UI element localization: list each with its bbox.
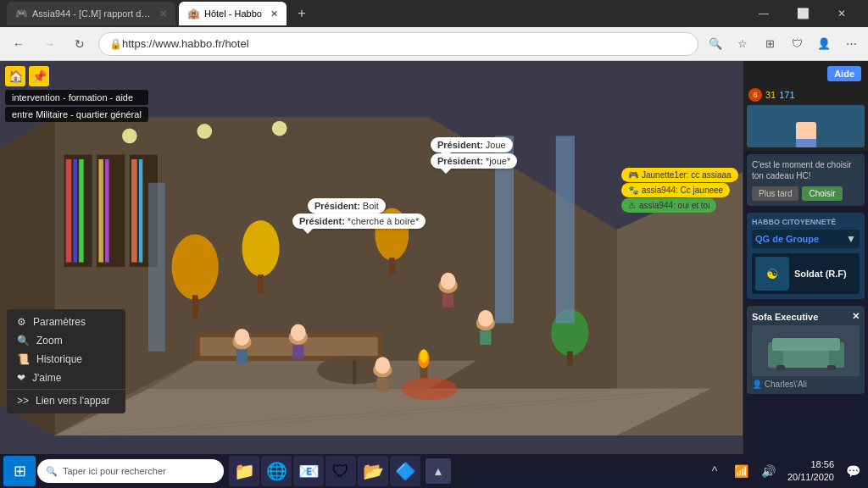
tab1-favicon: 🎮: [15, 8, 27, 19]
network-icon[interactable]: 📶: [730, 459, 754, 483]
diamonds-display: 171: [779, 90, 794, 100]
group-info: Soldat (R.F): [794, 269, 847, 279]
tab2-label: Hôtel - Habbo: [204, 8, 262, 19]
forward-button[interactable]: →: [37, 32, 61, 56]
svg-rect-17: [105, 159, 108, 263]
taskbar-folder[interactable]: 📂: [358, 456, 388, 486]
taskbar-nav-icon[interactable]: ▲: [426, 458, 451, 484]
sofa-title-bar: Sofa Executive ✕: [752, 311, 860, 322]
yellow-icon-2[interactable]: 📌: [29, 66, 49, 86]
start-button[interactable]: ⊞: [3, 456, 36, 486]
group-name: Soldat (R.F): [794, 269, 847, 279]
notification-icon[interactable]: 💬: [841, 459, 865, 483]
svg-rect-60: [772, 338, 840, 351]
svg-rect-62: [827, 365, 836, 370]
minimize-button[interactable]: —: [744, 0, 783, 27]
sofa-image: [752, 325, 860, 376]
address-icons: 🔍 ☆ ⊞ 🛡 👤 ⋯: [705, 34, 861, 54]
taskbar-browser[interactable]: 🌐: [261, 456, 292, 486]
refresh-button[interactable]: ↻: [68, 32, 92, 56]
aide-button[interactable]: Aide: [827, 66, 861, 81]
favorites-icon[interactable]: ☆: [732, 34, 753, 54]
room-scene: [0, 61, 743, 488]
sofa-svg: [764, 330, 849, 372]
sofa-preview: Sofa Executive ✕ 👤 Cha: [747, 306, 865, 394]
windows-taskbar: ⊞ 🔍 Taper ici pour rechercher 📁 🌐 📧 🛡 📂 …: [0, 454, 868, 488]
taskbar-mail[interactable]: 📧: [293, 456, 324, 486]
chat-bubble-3: Président: Boit: [308, 198, 386, 214]
url-bar[interactable]: 🔒 https://www.habbo.fr/hotel: [98, 32, 698, 56]
taskbar-settings[interactable]: 🔷: [390, 456, 420, 486]
new-tab-button[interactable]: +: [290, 2, 314, 25]
taskbar-apps: 📁 🌐 📧 🛡 📂 🔷: [229, 456, 420, 486]
level-badge: 6: [748, 88, 762, 102]
taskbar-shield[interactable]: 🛡: [326, 456, 356, 486]
heart-icon: ❤: [17, 372, 25, 384]
svg-rect-19: [139, 159, 142, 263]
svg-rect-39: [292, 345, 303, 359]
svg-point-40: [291, 324, 306, 341]
back-button[interactable]: ←: [7, 32, 31, 56]
menu-zoom[interactable]: 🔍 Zoom: [7, 331, 125, 350]
collections-icon[interactable]: ⊞: [760, 34, 780, 54]
clock[interactable]: 18:56 20/11/2020: [784, 458, 837, 485]
context-menu: ⚙ Paramètres 🔍 Zoom 📜 Historique ❤ J'aim…: [7, 309, 125, 413]
svg-point-43: [375, 357, 390, 374]
svg-point-52: [420, 349, 427, 362]
menu-historique[interactable]: 📜 Historique: [7, 350, 125, 369]
zoom-icon: 🔍: [17, 335, 30, 347]
chat-bubble-4: Président: *cherche à boire*: [292, 214, 426, 229]
more-options-icon[interactable]: ⋯: [841, 34, 861, 54]
tab-hotel[interactable]: 🏨 Hôtel - Habbo ✕: [179, 2, 287, 25]
coins-display: 31: [765, 90, 776, 100]
room-info-line1: intervention - formation - aide: [5, 90, 148, 105]
svg-rect-23: [258, 274, 264, 293]
svg-point-37: [235, 329, 250, 346]
svg-point-22: [242, 220, 279, 276]
shield-icon[interactable]: 🛡: [787, 34, 807, 54]
yellow-icon-1[interactable]: 🏠: [5, 66, 25, 86]
close-button[interactable]: ✕: [822, 0, 861, 27]
svg-rect-16: [98, 159, 103, 263]
svg-rect-48: [442, 293, 453, 308]
window-controls: — ⬜ ✕: [744, 0, 861, 27]
sofa-title-text: Sofa Executive: [752, 312, 818, 322]
gift-later-button[interactable]: Plus tard: [752, 186, 798, 201]
svg-point-56: [401, 378, 457, 401]
svg-rect-21: [192, 295, 198, 319]
tray-up-icon[interactable]: ^: [703, 459, 726, 483]
volume-icon[interactable]: 🔊: [757, 459, 781, 483]
svg-rect-27: [567, 352, 573, 366]
svg-point-20: [172, 234, 219, 299]
svg-rect-55: [148, 183, 165, 352]
profile-icon[interactable]: 👤: [814, 34, 834, 54]
menu-lien[interactable]: >> Lien vers l'appar: [7, 391, 125, 410]
svg-rect-31: [353, 361, 356, 385]
game-viewport[interactable]: 🏠 📌 intervention - formation - aide entr…: [0, 61, 743, 488]
notify-bubble-3: ⚠assia944: oui et toi: [621, 198, 716, 213]
svg-rect-14: [74, 159, 77, 263]
svg-rect-42: [377, 378, 388, 392]
menu-jaime[interactable]: ❤ J'aime: [7, 369, 125, 387]
tab1-label: Assia944 - [C.M] rapport d'activ...: [32, 8, 151, 19]
rp-top-bar: Aide 6 31 171: [743, 61, 868, 151]
tab1-close[interactable]: ✕: [159, 8, 167, 19]
gift-buttons: Plus tard Choisir: [752, 186, 860, 201]
gift-box: C'est le moment de choisir ton cadeau HC…: [747, 154, 865, 206]
svg-rect-61: [776, 365, 785, 370]
group-dropdown[interactable]: ▼: [846, 233, 856, 245]
group-label[interactable]: QG de Groupe: [755, 234, 819, 244]
sofa-close-button[interactable]: ✕: [852, 311, 860, 322]
search-icon[interactable]: 🔍: [705, 34, 726, 54]
taskbar-file-explorer[interactable]: 📁: [229, 456, 259, 486]
notify-bubble-2: 🐾assia944: Cc jauneee: [621, 183, 730, 197]
tab-rapport[interactable]: 🎮 Assia944 - [C.M] rapport d'activ... ✕: [7, 2, 175, 25]
svg-rect-25: [389, 258, 395, 274]
group-badge-icon: ☯: [755, 257, 789, 291]
menu-parametres[interactable]: ⚙ Paramètres: [7, 313, 125, 331]
search-bar[interactable]: 🔍 Taper ici pour rechercher: [37, 459, 224, 483]
group-detail: ☯ Soldat (R.F): [752, 253, 860, 294]
gift-choose-button[interactable]: Choisir: [802, 186, 842, 201]
tab2-close[interactable]: ✕: [270, 8, 278, 19]
maximize-button[interactable]: ⬜: [783, 0, 822, 27]
